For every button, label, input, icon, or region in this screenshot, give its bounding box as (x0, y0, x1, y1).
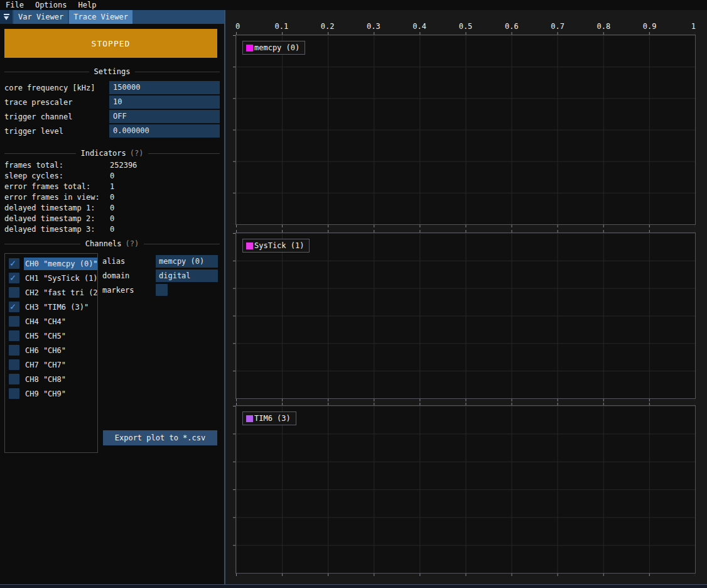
domain-row: domain digital (102, 268, 218, 283)
main-area: Var ViewerTrace Viewer STOPPED Settings … (0, 10, 707, 584)
tab-var-viewer[interactable]: Var Viewer (14, 10, 68, 24)
channel-row-ch7[interactable]: CH7 "CH7" (5, 357, 97, 372)
plot-legend[interactable]: SysTick (1) (242, 239, 310, 253)
x-tick-label-0.2: 0.2 (321, 22, 335, 31)
channel-row-ch1[interactable]: CH1 "SysTick (1)" (5, 271, 97, 285)
channel-checkbox-ch7[interactable] (9, 359, 19, 370)
indicator-row-delayed-timestamp-1: delayed timestamp 1:0 (4, 202, 220, 213)
plot-panel-tim6[interactable]: TIM6 (3) (235, 405, 696, 574)
legend-color-swatch (246, 242, 253, 249)
indicator-value: 0 (110, 204, 114, 212)
x-axis-ticks-top (236, 230, 695, 232)
setting-row-core-frequency-khz: core frequency [kHz]150000 (4, 80, 220, 95)
indicators-header: Indicators(?) (4, 149, 220, 158)
x-axis-ticks-top (236, 403, 695, 405)
setting-label-core-frequency-khz: core frequency [kHz] (4, 84, 109, 92)
tabs-container: Var ViewerTrace Viewer (14, 10, 134, 24)
acquisition-state-button[interactable]: STOPPED (4, 29, 217, 58)
domain-label: domain (102, 271, 156, 280)
x-tick-label-0.6: 0.6 (505, 22, 519, 31)
plot-legend[interactable]: TIM6 (3) (242, 411, 296, 425)
channel-label: CH5 "CH5" (24, 330, 97, 342)
x-axis-tick-labels: 00.10.20.30.40.50.60.70.80.91 (235, 22, 696, 31)
left-column: Var ViewerTrace Viewer STOPPED Settings … (0, 10, 224, 584)
channel-row-ch6[interactable]: CH6 "CH6" (5, 343, 97, 357)
y-axis-ticks (233, 35, 235, 224)
window-bottom-edge[interactable] (0, 584, 707, 588)
x-tick-label-0.7: 0.7 (551, 22, 564, 31)
plot-legend[interactable]: memcpy (0) (242, 41, 305, 55)
channel-row-ch9[interactable]: CH9 "CH9" (5, 386, 97, 401)
channel-label: CH0 "memcpy (0)" (24, 258, 97, 270)
x-tick-label-0.9: 0.9 (643, 22, 657, 31)
channel-checkbox-ch9[interactable] (9, 388, 19, 399)
y-axis-ticks (233, 406, 235, 573)
indicator-value: 0 (110, 214, 114, 223)
x-axis-ticks-bottom (236, 574, 695, 576)
indicator-value: 0 (110, 193, 114, 202)
domain-select[interactable]: digital (156, 270, 218, 282)
channel-row-ch3[interactable]: CH3 "TIM6 (3)" (5, 300, 97, 314)
indicator-label: delayed timestamp 3: (4, 225, 110, 234)
indicator-rows: frames total:252396sleep cycles:0error f… (4, 160, 220, 234)
channel-checkbox-ch8[interactable] (9, 374, 19, 384)
channel-row-ch5[interactable]: CH5 "CH5" (5, 329, 97, 343)
tab-list-popup-button[interactable] (0, 10, 13, 24)
legend-label: SysTick (1) (254, 241, 304, 250)
plot-grid (236, 406, 695, 573)
channel-checkbox-ch6[interactable] (9, 345, 19, 356)
export-csv-button[interactable]: Export plot to *.csv (103, 430, 217, 445)
plot-panel-systick[interactable]: SysTick (1) (235, 232, 696, 399)
channel-label: CH1 "SysTick (1)" (24, 272, 97, 285)
alias-label: alias (102, 257, 156, 266)
plot-panel-memcpy[interactable]: memcpy (0) (235, 35, 696, 225)
menu-options[interactable]: Options (35, 1, 67, 9)
channel-checkbox-ch2[interactable] (9, 287, 19, 298)
indicator-row-frames-total: frames total:252396 (4, 160, 220, 170)
channel-label: CH6 "CH6" (24, 344, 97, 357)
x-tick-label-0.8: 0.8 (597, 22, 611, 31)
menubar: FileOptionsHelp (0, 0, 707, 10)
trace-plot-window: 00.10.20.30.40.50.60.70.80.91 memcpy (0) (225, 10, 707, 584)
channel-label: CH7 "CH7" (24, 359, 97, 371)
core-frequency-khz-input[interactable]: 150000 (109, 81, 220, 94)
channel-label: CH9 "CH9" (24, 388, 97, 400)
trigger-channel-input[interactable]: OFF (109, 110, 220, 123)
plot-grid (236, 233, 695, 398)
channel-listbox[interactable]: CH0 "memcpy (0)"CH1 "SysTick (1)"CH2 "fa… (4, 253, 98, 453)
channel-row-ch2[interactable]: CH2 "fast tri (2)" (5, 285, 97, 300)
channel-row-ch4[interactable]: CH4 "CH4" (5, 314, 97, 329)
channel-checkbox-ch3[interactable] (9, 302, 19, 312)
markers-checkbox[interactable] (156, 284, 168, 296)
setting-label-trace-prescaler: trace prescaler (4, 98, 109, 107)
x-tick-label-0: 0 (235, 22, 240, 31)
indicator-value: 0 (110, 225, 114, 234)
setting-label-trigger-channel: trigger channel (4, 112, 109, 121)
trigger-level-input[interactable]: 0.000000 (109, 124, 220, 138)
menu-file[interactable]: File (6, 1, 24, 9)
tab-trace-viewer[interactable]: Trace Viewer (69, 10, 132, 24)
legend-label: memcpy (0) (254, 43, 300, 52)
tab-list-popup-icon (4, 14, 9, 15)
channel-row-ch0[interactable]: CH0 "memcpy (0)" (5, 256, 97, 271)
channel-label: CH4 "CH4" (24, 315, 97, 328)
channel-checkbox-ch5[interactable] (9, 330, 19, 341)
menu-help[interactable]: Help (78, 1, 96, 9)
channel-checkbox-ch1[interactable] (9, 273, 19, 283)
channels-help-icon[interactable]: (?) (126, 239, 139, 248)
channel-checkbox-ch0[interactable] (9, 258, 19, 269)
channel-properties: alias memcpy (0) domain digital markers (102, 253, 218, 453)
channel-row-ch8[interactable]: CH8 "CH8" (5, 372, 97, 386)
alias-input[interactable]: memcpy (0) (156, 255, 218, 268)
indicator-label: error frames in view: (4, 193, 110, 202)
channel-checkbox-ch4[interactable] (9, 316, 19, 327)
indicator-value: 1 (110, 182, 114, 191)
indicator-label: delayed timestamp 1: (4, 204, 110, 212)
markers-row: markers (102, 283, 218, 297)
indicators-help-icon[interactable]: (?) (130, 149, 144, 158)
trace-prescaler-input[interactable]: 10 (109, 95, 220, 109)
app-window: FileOptionsHelp Var ViewerTrace Viewer S… (0, 0, 707, 588)
indicator-label: error frames total: (4, 182, 110, 191)
x-axis-ticks-bottom (236, 399, 695, 401)
x-axis-ticks-top (236, 32, 695, 35)
